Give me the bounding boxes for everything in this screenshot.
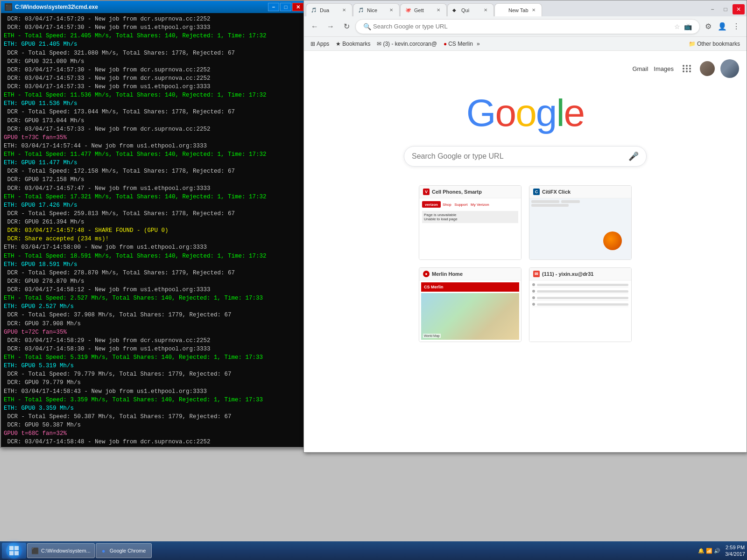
logo-o2: o	[515, 91, 536, 135]
svg-rect-1	[14, 546, 19, 550]
taskbar-chrome-item[interactable]: ● Google Chrome	[96, 543, 152, 558]
cmd-line: DCR: GPU0 321.080 Mh/s	[4, 57, 304, 66]
chrome-minimize-button[interactable]: −	[706, 4, 719, 14]
chrome-close-button[interactable]: ✕	[733, 4, 745, 14]
google-account-avatar[interactable]	[700, 61, 715, 76]
citifx-favicon: C	[533, 189, 540, 195]
citifx-row1	[531, 200, 629, 203]
tab-close-tab-nice[interactable]: ✕	[388, 7, 395, 14]
thumbnail-email[interactable]: ✉ (111) - yixin.xu@dr31	[529, 267, 632, 342]
merlin-preview-content: CS Merlin World Map	[419, 280, 521, 342]
cmd-window: ⬛ C:\Windows\system32\cmd.exe − □ ✕ DCR:…	[0, 0, 308, 448]
google-newtab-page: Gmail Images G o	[304, 51, 747, 452]
email-row4	[532, 302, 628, 307]
cmd-line: DCR: 03/04/17-14:57:29 - New job from dc…	[4, 15, 304, 23]
cmd-line: ETH - Total Speed: 2.527 Mh/s, Total Sha…	[4, 294, 304, 302]
email-line2	[537, 290, 628, 293]
bookmarks-folder[interactable]: ★ Bookmarks	[333, 40, 373, 48]
bookmark-star-icon[interactable]: ☆	[674, 23, 680, 30]
profile-pic-image	[720, 59, 739, 78]
windows-logo-icon	[9, 546, 19, 556]
verizon-favicon: V	[423, 189, 430, 195]
cmd-line: DCR - Total Speed: 321.080 Mh/s, Total S…	[4, 49, 304, 57]
email-line1	[537, 284, 628, 286]
google-topbar: Gmail Images	[304, 56, 747, 82]
chrome-taskbar-label: Google Chrome	[110, 548, 146, 553]
thumbnail-merlin[interactable]: ● Merlin Home CS Merlin World Map	[419, 267, 521, 342]
cmd-line: DCR: Share accepted (234 ms)!	[4, 235, 304, 243]
apps-bookmark[interactable]: ⊞ Apps	[308, 40, 332, 48]
cmd-line: ETH - Total Speed: 11.477 Mh/s, Total Sh…	[4, 150, 304, 159]
cmd-minimize-button[interactable]: −	[268, 3, 279, 11]
cmd-maximize-button[interactable]: □	[280, 3, 291, 11]
search-icon: 🔍	[363, 23, 371, 30]
cmd-line: ETH - Total Speed: 5.319 Mh/s, Total Sha…	[4, 353, 304, 362]
forward-button[interactable]: →	[324, 20, 338, 34]
cmd-close-button[interactable]: ✕	[292, 3, 303, 11]
logo-o1: o	[495, 91, 516, 135]
other-bookmarks-folder[interactable]: 📁 Other bookmarks	[686, 40, 743, 48]
profile-icon[interactable]: 👤	[716, 20, 729, 33]
taskbar-cmd-item[interactable]: ⬛ C:\Windows\system...	[27, 543, 95, 558]
tab-close-tab-dua[interactable]: ✕	[341, 7, 347, 14]
chrome-tabs: 🎵Dua✕🎵Nice✕🐙Gett✕◆Qui✕New Tab✕	[306, 3, 706, 16]
thumbnail-verizon[interactable]: V Cell Phones, Smartp verizon Shop Suppo…	[419, 185, 521, 260]
chrome-tab-tab-gett[interactable]: 🐙Gett✕	[400, 3, 447, 16]
cmd-content: DCR: 03/04/17-14:57:29 - New job from dc…	[1, 13, 307, 447]
citifx-preview-content	[529, 198, 631, 259]
tab-close-tab-new[interactable]: ✕	[530, 7, 537, 14]
apps-label: Apps	[317, 41, 329, 47]
images-link[interactable]: Images	[654, 65, 674, 72]
csmerlin-icon: ●	[444, 41, 447, 47]
cast-icon[interactable]: 📺	[684, 23, 692, 30]
google-apps-button[interactable]	[679, 61, 694, 76]
citifx-preview	[529, 198, 631, 259]
start-button[interactable]	[2, 543, 26, 559]
thumbnail-citifx[interactable]: C CitiFX Click	[529, 185, 632, 260]
citifx-bar3	[531, 204, 569, 207]
chrome-tab-tab-new[interactable]: New Tab✕	[494, 3, 542, 16]
tab-close-tab-gett[interactable]: ✕	[435, 7, 442, 14]
cmd-line: DCR: 03/04/17-14:57:30 - New job from dc…	[4, 66, 304, 74]
chrome-tab-tab-qui[interactable]: ◆Qui✕	[447, 3, 494, 16]
chrome-tab-tab-dua[interactable]: 🎵Dua✕	[306, 3, 352, 16]
verizon-preview: verizon Shop Support My Verizon Page is …	[419, 198, 521, 259]
google-search-input[interactable]	[412, 152, 628, 161]
avatar-image	[700, 61, 715, 76]
tab-close-tab-qui[interactable]: ✕	[482, 7, 489, 14]
back-button[interactable]: ←	[308, 20, 322, 34]
cmd-line: GPU0 t=73C fan=35%	[4, 133, 304, 142]
microphone-icon[interactable]: 🎤	[628, 151, 639, 161]
csmerlin-bookmark[interactable]: ● CS Merlin	[441, 40, 476, 48]
email-line4	[537, 303, 628, 306]
toolbar-icons: ⚙ 👤 ⋮	[702, 20, 743, 33]
citifx-bar2	[561, 200, 580, 203]
email-preview-content	[529, 280, 631, 342]
url-input[interactable]	[373, 23, 672, 30]
gmail-link[interactable]: Gmail	[632, 65, 648, 72]
address-bar[interactable]: 🔍 ☆ 📺	[355, 19, 700, 34]
cmd-line: ETH - Total Speed: 17.321 Mh/s, Total Sh…	[4, 193, 304, 201]
email-favicon: ✉	[533, 271, 540, 277]
clock-date: 3/4/2017	[725, 551, 745, 557]
cmd-line: DCR: 03/04/17-14:57:33 - New job from dc…	[4, 74, 304, 83]
chrome-tab-tab-nice[interactable]: 🎵Nice✕	[353, 3, 400, 16]
google-search-bar[interactable]: 🎤	[404, 146, 647, 167]
refresh-button[interactable]: ↻	[339, 20, 353, 34]
chrome-titlebar: 🎵Dua✕🎵Nice✕🐙Gett✕◆Qui✕New Tab✕ − □ ✕	[304, 0, 747, 16]
email-bookmark[interactable]: ✉ (3) - kevin.corcoran@	[374, 40, 440, 48]
other-bookmarks-label: Other bookmarks	[697, 41, 740, 47]
google-profile-picture[interactable]	[720, 59, 739, 78]
settings-icon[interactable]: ⋮	[730, 20, 743, 33]
chrome-maximize-button[interactable]: □	[719, 4, 732, 14]
merlin-title: Merlin Home	[432, 271, 463, 277]
system-tray: 🔔 📶 🔊	[694, 548, 724, 554]
chrome-window: 🎵Dua✕🎵Nice✕🐙Gett✕◆Qui✕New Tab✕ − □ ✕ ← →…	[303, 0, 747, 453]
extensions-icon[interactable]: ⚙	[702, 20, 715, 33]
email-label: (3) - kevin.corcoran@	[383, 41, 437, 47]
apps-grid-icon: ⊞	[310, 41, 315, 47]
folder-icon: 📁	[689, 41, 696, 47]
cmd-line: ETH: GPU0 2.527 Mh/s	[4, 302, 304, 311]
taskbar-clock[interactable]: 2:59 PM 3/4/2017	[725, 544, 745, 558]
merlin-favicon: ●	[423, 271, 430, 277]
